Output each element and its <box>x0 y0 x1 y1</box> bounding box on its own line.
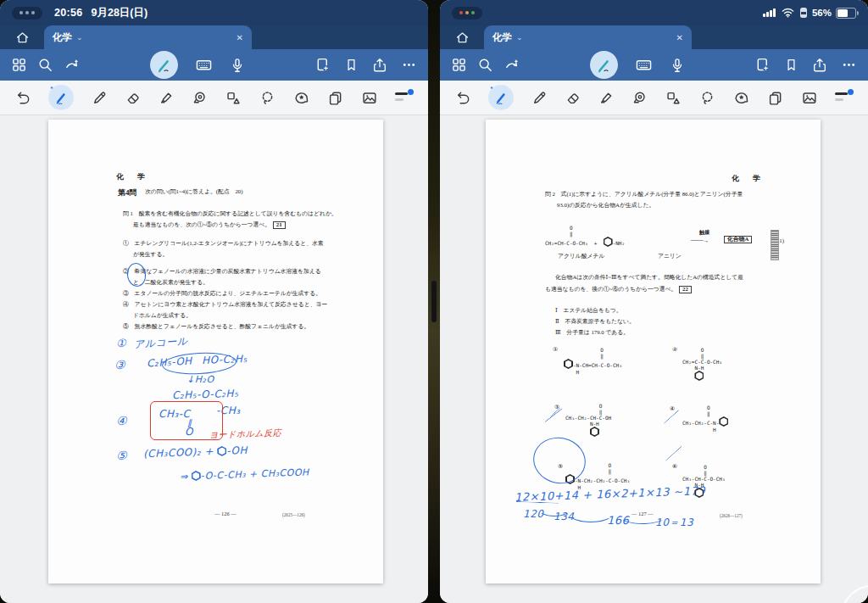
microphone-icon[interactable] <box>667 54 687 76</box>
print-text: Ⅰ エステル結合をもつ。 <box>555 308 622 314</box>
print-text: 次の問い(問1~4)に答えよ。(配点 20) <box>145 189 242 195</box>
benzene-ring-icon <box>719 416 728 427</box>
shapes-icon[interactable] <box>663 87 685 109</box>
tab-chemistry[interactable]: 化学 ⌄ ✕ <box>44 25 252 49</box>
pen-selected-circle: * <box>488 85 514 110</box>
add-page-icon[interactable] <box>752 54 773 75</box>
bookmark-icon[interactable] <box>342 54 361 75</box>
pages-icon[interactable] <box>765 87 786 109</box>
multitask-pill-icon[interactable] <box>452 7 482 20</box>
bookmark-icon[interactable] <box>782 54 801 75</box>
home-icon <box>15 31 30 45</box>
highlighter-icon[interactable] <box>596 87 617 109</box>
tab-bar: 化学 ⌄ ✕ <box>440 25 868 49</box>
chevron-down-icon[interactable]: ⌄ <box>76 33 83 42</box>
print-text: 化合物Aは次の条件Ⅰ~Ⅲをすべて満たす。簡略化したAの構造式として最 <box>555 275 743 281</box>
pages-icon[interactable] <box>325 87 346 109</box>
pen-annotate-icon[interactable] <box>147 48 181 81</box>
pencil-icon[interactable] <box>529 87 550 109</box>
stroke-width-control <box>395 89 414 106</box>
microphone-icon[interactable] <box>227 54 248 76</box>
document-page[interactable]: 化 学問 2 式(1)に示すように、アクリル酸メチル(分子量 86.0)とアニリ… <box>486 120 821 583</box>
print-text: ④ アセトンにヨウ素と水酸化ナトリウム水溶液を加えて反応させると、ヨー <box>123 302 327 308</box>
highlighter-icon[interactable] <box>156 87 177 109</box>
document-page[interactable]: 化 学第4問次の問い(問1~4)に答えよ。(配点 20)問 1 酸素を含む有機化… <box>48 120 383 583</box>
print-text: 第4問 <box>118 187 137 198</box>
pen-annotate-icon[interactable] <box>587 48 620 81</box>
print-text: と、二酸化炭素が発生する。 <box>133 280 209 286</box>
chevron-down-icon[interactable]: ⌄ <box>516 33 523 42</box>
shapes-icon[interactable] <box>223 87 245 109</box>
stroke-width-icon[interactable] <box>832 87 856 109</box>
print-text: 化合物A <box>723 236 753 243</box>
right-window: 56% 化学 ⌄ ✕ * 化 学問 2 式(1)に示すように、アクリル酸メチル(… <box>440 0 868 603</box>
fountain-pen-icon[interactable]: * <box>46 82 76 113</box>
convert-handwriting-icon[interactable] <box>501 54 523 75</box>
bluetooth-badge-icon: * <box>50 86 53 92</box>
wifi-icon <box>782 8 794 18</box>
tab-label: 化学 <box>492 31 512 44</box>
image-icon[interactable] <box>359 87 381 109</box>
tape-icon[interactable] <box>189 87 210 109</box>
handwriting-text: ③ <box>114 358 125 371</box>
main-toolbar <box>0 49 428 81</box>
print-text: アニリン <box>658 254 682 260</box>
print-text: ① エチレングリコール(1,2-エタンジオール)にナトリウムを加えると、水素 <box>123 241 324 247</box>
elements-icon[interactable] <box>291 87 313 109</box>
tab-chemistry[interactable]: 化学 ⌄ ✕ <box>484 25 692 49</box>
eraser-icon[interactable] <box>122 87 143 109</box>
pencil-icon[interactable] <box>89 87 110 109</box>
print-text: 93.0)の反応から化合物Aが生成した。 <box>557 203 654 209</box>
search-icon[interactable] <box>475 54 496 75</box>
grid-view-icon[interactable] <box>8 54 30 75</box>
multitask-pill-icon[interactable] <box>12 7 42 20</box>
search-icon[interactable] <box>35 54 56 75</box>
share-icon[interactable] <box>370 54 390 76</box>
print-text: 最も適当なものを、次の①~⑤のうちから一つ選べ。 21 <box>133 221 287 229</box>
image-icon[interactable] <box>798 87 821 109</box>
handwriting-text: ④ <box>116 414 127 427</box>
more-icon[interactable] <box>838 54 860 75</box>
print-text: — 126 — <box>214 511 236 516</box>
print-text: 問 1 酸素を含む有機化合物の反応に関する記述として誤りを含むものはどれか。 <box>123 211 337 217</box>
print-text: が発生する。 <box>133 252 168 258</box>
undo-icon[interactable] <box>12 87 34 109</box>
benzene-ring-icon <box>604 237 613 247</box>
handwriting-text: C₂H₅-O-C₂H₅ <box>172 388 239 402</box>
battery-icon <box>836 8 856 19</box>
tab-label: 化学 <box>53 31 72 44</box>
pen-selected-circle: * <box>48 85 74 110</box>
print-text: (1) <box>777 238 784 244</box>
convert-handwriting-icon[interactable] <box>61 54 83 75</box>
close-tab-icon[interactable]: ✕ <box>676 33 683 42</box>
print-text: ② <box>672 347 677 353</box>
main-toolbar <box>440 49 868 81</box>
print-text: Ⅲ 分子量は 179.0 である。 <box>555 330 629 336</box>
elements-icon[interactable] <box>731 87 753 109</box>
close-tab-icon[interactable]: ✕ <box>236 33 243 42</box>
eraser-icon[interactable] <box>562 87 583 109</box>
stroke-width-icon[interactable] <box>392 87 416 109</box>
fountain-pen-icon[interactable]: * <box>486 82 516 113</box>
benzene-ring-icon <box>694 488 704 498</box>
more-icon[interactable] <box>398 54 420 75</box>
lasso-icon[interactable] <box>257 87 278 109</box>
undo-icon[interactable] <box>452 87 474 109</box>
share-icon[interactable] <box>810 54 830 76</box>
keyboard-icon[interactable] <box>192 54 215 75</box>
home-button[interactable] <box>440 25 484 49</box>
split-view-divider-handle[interactable] <box>431 281 437 322</box>
binding-barcode <box>771 230 779 260</box>
pen-selected-circle <box>150 51 178 79</box>
print-text: 触媒 <box>699 229 709 237</box>
tape-icon[interactable] <box>629 87 650 109</box>
keyboard-icon[interactable] <box>632 54 655 75</box>
tab-bar: 化学 ⌄ ✕ <box>0 25 428 49</box>
grid-view-icon[interactable] <box>448 54 470 75</box>
cellular-signal-icon <box>763 8 776 17</box>
lasso-icon[interactable] <box>697 87 718 109</box>
home-button[interactable] <box>0 25 44 49</box>
handwriting-text: アルコール <box>133 334 188 352</box>
add-page-icon[interactable] <box>312 54 333 75</box>
status-bar: 56% <box>440 0 868 25</box>
